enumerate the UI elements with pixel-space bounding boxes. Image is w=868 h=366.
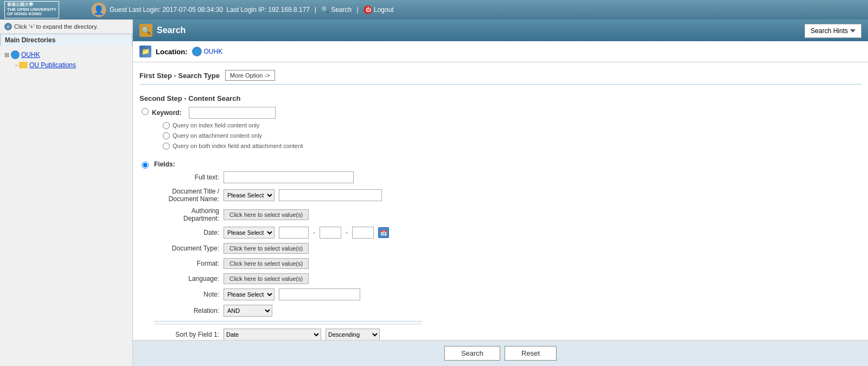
separator2: | <box>357 6 359 14</box>
doc-title-label: Document Title /Document Name: <box>154 188 219 203</box>
content-relative: 🔍 Search 📁 Location: 🌐 OUHK Search Hints <box>133 20 868 366</box>
keyword-section: Keyword: Query on index field content on… <box>152 107 303 154</box>
logout-icon: ⏻ <box>363 5 372 14</box>
main-layout: + Click '+' to expand the directory. Mai… <box>0 20 868 366</box>
tree-area: ⊞ 🌐 OUHK - OU Publications <box>0 46 132 73</box>
fields-section: Fields: Full text: Document Title /Docum… <box>154 160 422 366</box>
doc-type-label: Document Type: <box>154 245 219 252</box>
second-step-title: Second Step - Content Search <box>139 92 861 107</box>
query-attachment-label: Query on attachment content only <box>173 132 262 139</box>
language-btn[interactable]: Click here to select value(s) <box>224 273 309 284</box>
last-login-ip-label: Last Login IP: <box>227 6 266 14</box>
keyword-input[interactable] <box>189 107 276 119</box>
first-step-header: First Step - Search Type More Option -> <box>139 67 861 85</box>
first-step-more-option-button[interactable]: More Option -> <box>225 70 275 81</box>
search-link-icon: 🔍 <box>321 6 329 14</box>
radio-both: Query on both index field and attachment… <box>163 142 303 150</box>
query-both-radio[interactable] <box>163 143 170 150</box>
calendar-icon[interactable]: 📅 <box>378 227 389 238</box>
date-sep2: - <box>346 229 348 236</box>
date-select[interactable]: Please Select <box>224 227 275 239</box>
date-separator: - <box>313 229 315 236</box>
date-label: Date: <box>154 229 219 236</box>
search-header-icon: 🔍 <box>139 24 152 37</box>
tree-sub: - OU Publications <box>13 60 130 70</box>
expand-hint-text: Click '+' to expand the directory. <box>14 23 98 30</box>
doc-type-row: Document Type: Click here to select valu… <box>154 243 422 254</box>
search-page-header: 🔍 Search <box>133 20 868 41</box>
reset-button[interactable]: Reset <box>505 346 557 361</box>
doc-title-select[interactable]: Please Select <box>224 189 275 201</box>
relation-label: Relation: <box>154 307 219 314</box>
keyword-option: Keyword: Query on index field content on… <box>139 107 861 154</box>
bottom-buttons: Search Reset <box>133 340 868 366</box>
second-step: Second Step - Content Search Keyword: <box>139 89 861 366</box>
logout-link[interactable]: ⏻ Logout <box>363 5 394 14</box>
date-year-input[interactable] <box>352 227 374 239</box>
full-text-label: Full text: <box>154 174 219 181</box>
sort-field1-label: Sort by Field 1: <box>154 331 219 338</box>
first-step-title: First Step - Search Type <box>139 72 220 80</box>
location-globe-icon: 🌐 <box>192 47 202 56</box>
ouhk-globe-icon: 🌐 <box>11 50 20 59</box>
query-attachment-radio[interactable] <box>163 132 170 139</box>
search-form: Search Hints First Step - Search Type Mo… <box>133 62 868 366</box>
radio-index-only: Query on index field content only <box>163 121 303 129</box>
search-button[interactable]: Search <box>444 346 500 361</box>
user-info: Guest Last Login: 2017-07-05 08:34:30 La… <box>110 5 864 14</box>
expand-hint: + Click '+' to expand the directory. <box>0 20 132 34</box>
dropdown-arrow-icon <box>850 29 856 33</box>
format-label: Format: <box>154 260 219 267</box>
location-ouhk-link[interactable]: 🌐 OUHK <box>192 47 223 56</box>
location-bar: 📁 Location: 🌐 OUHK <box>133 41 868 62</box>
ouhk-label[interactable]: OUHK <box>21 51 40 59</box>
authoring-dept-label: AuthoringDepartment: <box>154 207 219 222</box>
expand-icon: + <box>4 23 12 30</box>
note-row: Note: Please Select <box>154 288 422 300</box>
date-row: Date: Please Select - - 📅 <box>154 227 422 239</box>
folder-icon <box>19 62 28 68</box>
sort-field1-select[interactable]: Date Document Title / Document Name Auth… <box>224 329 321 341</box>
fields-divider <box>154 321 422 322</box>
date-from-input[interactable] <box>279 227 309 239</box>
separator: | <box>315 6 316 14</box>
format-row: Format: Click here to select value(s) <box>154 258 422 269</box>
logo-area: 香港公開大學THE OPEN UNIVERSITYOF HONG KONG <box>4 1 91 18</box>
note-label: Note: <box>154 291 219 298</box>
language-row: Language: Click here to select value(s) <box>154 273 422 284</box>
doc-title-row: Document Title /Document Name: Please Se… <box>154 188 422 203</box>
authoring-dept-row: AuthoringDepartment: Click here to selec… <box>154 207 422 222</box>
last-login-date: 2017-07-05 08:34:30 <box>162 6 222 14</box>
doc-type-btn[interactable]: Click here to select value(s) <box>224 243 309 254</box>
user-name-label: Guest <box>110 6 127 14</box>
top-bar: 香港公開大學THE OPEN UNIVERSITYOF HONG KONG 👤 … <box>0 0 868 20</box>
query-index-label: Query on index field content only <box>173 122 259 129</box>
search-hints-button[interactable]: Search Hints <box>805 24 861 38</box>
note-select[interactable]: Please Select <box>224 288 275 300</box>
authoring-dept-btn[interactable]: Click here to select value(s) <box>224 209 309 220</box>
user-avatar: 👤 <box>91 2 106 17</box>
main-directories-tab[interactable]: Main Directories <box>0 34 132 46</box>
university-logo: 香港公開大學THE OPEN UNIVERSITYOF HONG KONG <box>4 1 59 18</box>
fields-radio[interactable] <box>142 162 149 169</box>
relation-select[interactable]: AND OR NOT <box>224 305 272 317</box>
full-text-input[interactable] <box>224 171 354 183</box>
date-to-input[interactable] <box>320 227 341 239</box>
query-index-radio[interactable] <box>163 122 170 129</box>
relation-row: Relation: AND OR NOT <box>154 305 422 317</box>
search-page-title: Search <box>157 25 186 35</box>
keyword-radio[interactable] <box>142 108 149 115</box>
format-btn[interactable]: Click here to select value(s) <box>224 258 309 269</box>
tree-item-ou-publications[interactable]: - OU Publications <box>13 60 130 70</box>
search-link[interactable]: 🔍 Search <box>321 6 352 14</box>
ou-publications-label[interactable]: OU Publications <box>29 61 76 69</box>
doc-title-input[interactable] <box>279 189 382 201</box>
note-input[interactable] <box>279 288 360 300</box>
keyword-options: Query on index field content only Query … <box>163 119 303 154</box>
sort-order1-select[interactable]: Descending Ascending <box>326 329 380 341</box>
query-both-label: Query on both index field and attachment… <box>173 143 303 149</box>
tree-item-ouhk[interactable]: ⊞ 🌐 OUHK <box>2 49 130 60</box>
location-label: Location: <box>156 48 188 56</box>
fields-label: Fields: <box>154 160 175 168</box>
sort-field1-row: Sort by Field 1: Date Document Title / D… <box>154 329 422 341</box>
